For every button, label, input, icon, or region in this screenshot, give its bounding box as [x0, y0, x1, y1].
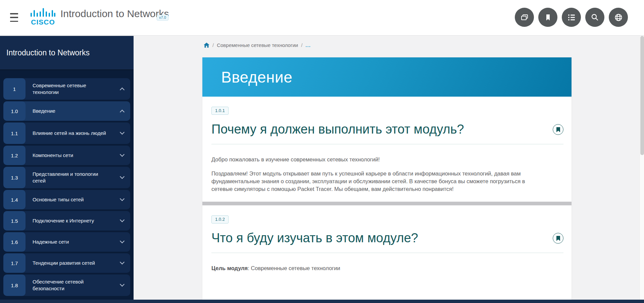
section-number: 1.7: [3, 253, 26, 273]
section-rule: [211, 144, 563, 144]
lesson-content-card: Введение 1.0.1 Почему я должен выполнить…: [202, 57, 572, 300]
section-number: 1.2: [3, 146, 26, 165]
sidebar-item-1.1[interactable]: 1.1 Влияние сетей на жизнь людей: [3, 122, 130, 144]
section-number: 1: [3, 78, 26, 100]
section-number: 1.4: [3, 190, 26, 209]
app-header: CISCO Introduction to Networks v7.0: [0, 0, 644, 36]
chevron-down-icon[interactable]: [114, 232, 130, 252]
paragraph: Добро пожаловать в изучение современных …: [211, 156, 534, 163]
sidebar-course-title: Introduction to Networks: [6, 48, 90, 57]
sidebar-header: Introduction to Networks: [0, 36, 134, 70]
sidebar-item-1.5[interactable]: 1.5 Подключение к Интернету: [3, 211, 130, 231]
sidebar-item-1.3[interactable]: 1.3 Представления и топологии сетей: [3, 167, 130, 188]
sidebar-item-1.8[interactable]: 1.8 Обеспечение сетевой безопасности: [3, 274, 130, 296]
section-title: Что я буду изучать в этом модуле?: [211, 231, 418, 245]
bookmark-section-button[interactable]: [553, 124, 563, 135]
course-outline-sidebar: Introduction to Networks 1 Современные с…: [0, 36, 134, 300]
section-divider: [202, 202, 572, 205]
module-goal: Цель модуля: Современные сетевые техноло…: [211, 264, 534, 272]
sidebar-item-1.6[interactable]: 1.6 Надежные сети: [3, 232, 130, 252]
breadcrumb-separator: /: [212, 42, 214, 48]
chevron-down-icon[interactable]: [114, 190, 130, 209]
sidebar-item-1[interactable]: 1 Современные сетевые технологии: [3, 78, 130, 100]
breadcrumb: / Современные сетевые технологии / ...: [204, 42, 311, 48]
section-number: 1.6: [3, 232, 26, 252]
section-number: 1.3: [3, 167, 26, 188]
bookmark-icon[interactable]: [538, 8, 557, 27]
section-title: Почему я должен выполнить этот модуль?: [211, 122, 464, 137]
bookmark-icon: [556, 236, 560, 241]
lesson-section-1.0.2: 1.0.2 Что я буду изучать в этом модуле? …: [202, 205, 572, 281]
breadcrumb-ellipsis[interactable]: ...: [305, 42, 311, 48]
globe-icon[interactable]: [609, 8, 628, 27]
hamburger-menu-icon[interactable]: [10, 13, 19, 22]
chevron-down-icon[interactable]: [114, 146, 130, 165]
section-number: 1.8: [3, 274, 26, 296]
search-icon[interactable]: [585, 8, 604, 27]
chevron-down-icon[interactable]: [114, 211, 130, 231]
section-number: 1.1: [3, 122, 26, 144]
chevron-down-icon[interactable]: [114, 167, 130, 188]
breadcrumb-module-link[interactable]: Современные сетевые технологии: [217, 42, 298, 48]
section-id-badge: 1.0.2: [211, 215, 229, 223]
cisco-logo-bars: [30, 7, 56, 17]
section-number: 1.5: [3, 211, 26, 231]
sidebar-item-1.2[interactable]: 1.2 Компоненты сети: [3, 146, 130, 165]
lesson-section-1.0.1: 1.0.1 Почему я должен выполнить этот мод…: [202, 97, 572, 202]
home-icon[interactable]: [204, 43, 209, 48]
version-badge: v7.0: [157, 15, 168, 20]
chevron-up-icon[interactable]: [114, 101, 130, 121]
chevron-down-icon[interactable]: [114, 253, 130, 273]
bookmark-icon: [556, 127, 560, 132]
chevron-down-icon[interactable]: [114, 274, 130, 296]
index-list-icon[interactable]: [562, 8, 581, 27]
breadcrumb-separator: /: [301, 42, 302, 48]
section-rule: [211, 253, 563, 253]
sidebar-item-1.7[interactable]: 1.7 Тенденции развития сетей: [3, 253, 130, 273]
topic-banner-title: Введение: [221, 68, 292, 86]
bookmark-section-button[interactable]: [553, 233, 563, 244]
sidebar-item-1.0[interactable]: 1.0 Введение: [3, 101, 130, 121]
section-id-badge: 1.0.1: [211, 107, 229, 115]
header-actions: [515, 8, 628, 27]
course-title: Introduction to Networks: [60, 8, 169, 19]
scrollbar-thumb[interactable]: [640, 36, 644, 155]
module-nav-list: 1 Современные сетевые технологии 1.0 Вве…: [0, 70, 134, 296]
cisco-logo-text: CISCO: [30, 18, 56, 26]
vertical-scrollbar[interactable]: [639, 36, 644, 303]
cisco-logo: CISCO: [30, 7, 56, 26]
pages-icon[interactable]: [515, 8, 534, 27]
bottom-progress-bar: [0, 300, 644, 303]
chevron-up-icon[interactable]: [114, 78, 130, 100]
section-number: 1.0: [3, 101, 26, 121]
paragraph: Поздравляем! Этот модуль открывает вам п…: [211, 170, 534, 193]
sidebar-item-1.4[interactable]: 1.4 Основные типы сетей: [3, 190, 130, 209]
topic-banner: Введение: [202, 57, 572, 97]
chevron-down-icon[interactable]: [114, 122, 130, 144]
